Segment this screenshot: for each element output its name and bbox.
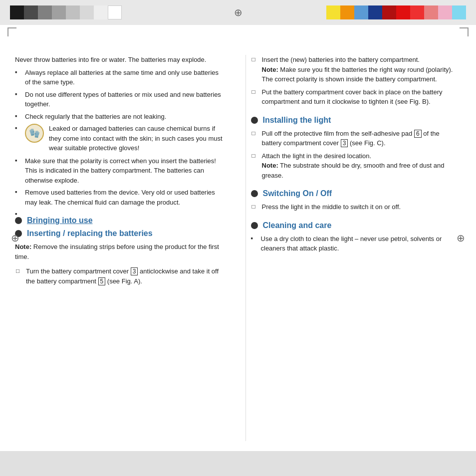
section-cleaning-text: Cleaning and care	[263, 221, 332, 230]
note1-label: Note:	[262, 66, 278, 73]
corner-tr	[460, 27, 469, 36]
box-num-3b: 3	[341, 139, 348, 147]
color-block-5	[66, 5, 80, 19]
note-text: Remove the insulating strips before usin…	[15, 243, 219, 260]
gray-band-bottom	[0, 451, 476, 476]
section-inserting-heading: Inserting / replacing the batteries	[15, 229, 226, 238]
section-bringing-heading: Bringing into use	[15, 216, 226, 225]
right-step-list: Insert the (new) batteries into the batt…	[251, 55, 462, 107]
section-switching-text: Switching On / Off	[263, 189, 332, 198]
list-item: Remove used batteries from the device. V…	[15, 188, 226, 207]
list-item: 🧤 Leaked or damaged batteries can cause …	[15, 124, 226, 153]
color-r-3	[354, 5, 368, 19]
color-block-2	[24, 5, 38, 19]
color-r-4	[368, 5, 382, 19]
section-installing-heading: Installing the light	[251, 116, 462, 125]
corner-tl	[7, 27, 16, 36]
note-para: Note: Remove the insulating strips befor…	[15, 242, 226, 261]
bullet-list: Always replace all batteries at the same…	[15, 68, 226, 208]
color-block-1	[10, 5, 24, 19]
color-r-10	[452, 5, 466, 19]
list-item: Use a dry cloth to clean the light – nev…	[251, 234, 462, 253]
color-r-7	[410, 5, 424, 19]
list-item: Put the battery compartment cover back i…	[251, 87, 462, 107]
list-item: Do not use different types of batteries …	[15, 90, 226, 109]
right-column: Insert the (new) batteries into the batt…	[245, 55, 462, 441]
color-blocks-left	[10, 5, 122, 19]
install-steps: Turn the battery compartment cover 3 ant…	[15, 266, 226, 286]
color-r-5	[382, 5, 396, 19]
warning-box: 🧤 Leaked or damaged batteries can cause …	[25, 124, 226, 153]
crosshair-top: ⊕	[234, 6, 242, 18]
left-crosshair: ⊕	[11, 232, 19, 244]
section-cleaning-heading: Cleaning and care	[251, 221, 462, 230]
box-num-5: 5	[98, 277, 106, 285]
color-block-8	[108, 5, 122, 19]
section-dot-5	[251, 222, 258, 229]
cleaning-list: Use a dry cloth to clean the light – nev…	[251, 234, 462, 253]
section-dot-3	[251, 117, 258, 124]
section-dot-4	[251, 190, 258, 197]
section-installing-text: Installing the light	[263, 116, 331, 125]
color-r-2	[340, 5, 354, 19]
color-block-6	[80, 5, 94, 19]
note2-text: The substrate should be dry, smooth and …	[262, 162, 445, 179]
color-block-3	[38, 5, 52, 19]
color-r-1	[326, 5, 340, 19]
step1-text: Insert the (new) batteries into the batt…	[262, 56, 420, 63]
color-r-6	[396, 5, 410, 19]
color-r-9	[438, 5, 452, 19]
section-switching-heading: Switching On / Off	[251, 189, 462, 198]
color-block-7	[94, 5, 108, 19]
switching-steps: Press the light in the middle to switch …	[251, 202, 462, 212]
color-blocks-right	[326, 5, 466, 19]
main-content: Never throw batteries into fire or water…	[0, 25, 476, 456]
list-item: Insert the (new) batteries into the batt…	[251, 55, 462, 84]
warning-text: Leaked or damaged batteries can cause ch…	[49, 124, 226, 153]
intro-text: Never throw batteries into fire or water…	[15, 55, 226, 65]
color-block-4	[52, 5, 66, 19]
box-num-3: 3	[131, 267, 138, 275]
page-wrapper: ⊕ ⊕ ⊕ Never throw batteries into fire or…	[0, 0, 476, 476]
note-label: Note:	[15, 243, 31, 250]
color-r-8	[424, 5, 438, 19]
left-column: Never throw batteries into fire or water…	[15, 55, 231, 441]
list-item: Check regularly that the batteries are n…	[15, 112, 226, 122]
installing-steps: Pull off the protective film from the se…	[251, 129, 462, 181]
section-heading-text: Bringing into use	[27, 216, 93, 225]
section-dot	[15, 217, 22, 224]
note2-label: Note:	[262, 162, 278, 169]
top-bar: ⊕	[0, 0, 476, 25]
list-item: Turn the battery compartment cover 3 ant…	[15, 266, 226, 286]
list-item: Press the light in the middle to switch …	[251, 202, 462, 212]
list-item: Attach the light in the desired location…	[251, 151, 462, 181]
list-item: Make sure that the polarity is correct w…	[15, 156, 226, 186]
note1-text: Make sure you fit the batteries the righ…	[262, 66, 453, 83]
section-inserting-text: Inserting / replacing the batteries	[27, 229, 153, 238]
warning-icon: 🧤	[25, 124, 44, 143]
box-num-6: 6	[414, 130, 422, 138]
list-item: Pull off the protective film from the se…	[251, 129, 462, 148]
list-item: Always replace all batteries at the same…	[15, 68, 226, 87]
